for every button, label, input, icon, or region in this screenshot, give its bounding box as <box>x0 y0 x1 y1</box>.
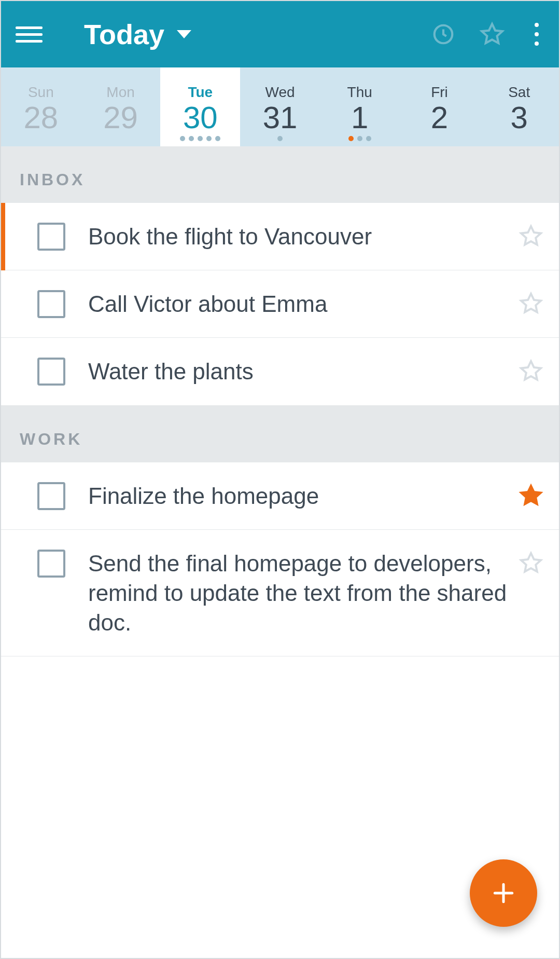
day-number: 28 <box>23 101 58 135</box>
day-number: 31 <box>263 101 298 135</box>
day-cell-sun[interactable]: Sun28 <box>1 67 81 146</box>
task-checkbox[interactable] <box>37 358 65 386</box>
task-list-content: INBOXBook the flight to VancouverCall Vi… <box>1 146 559 656</box>
task-row[interactable]: Send the final homepage to developers, r… <box>1 530 559 657</box>
day-number: 2 <box>431 101 448 135</box>
view-selector[interactable]: Today <box>84 18 191 50</box>
hamburger-menu-icon[interactable] <box>16 22 43 47</box>
day-cell-fri[interactable]: Fri2 <box>400 67 480 146</box>
clock-icon[interactable] <box>431 22 455 46</box>
task-checkbox[interactable] <box>37 290 65 318</box>
day-of-week-label: Sat <box>508 84 530 101</box>
star-filled-icon[interactable] <box>519 483 543 510</box>
day-cell-sat[interactable]: Sat3 <box>479 67 559 146</box>
section-header: INBOX <box>1 146 559 203</box>
section-header: WORK <box>1 406 559 462</box>
page-title: Today <box>84 18 164 50</box>
task-row[interactable]: Book the flight to Vancouver <box>1 203 559 270</box>
day-cell-tue[interactable]: Tue30 <box>160 67 240 146</box>
day-of-week-label: Wed <box>265 84 295 101</box>
add-task-fab[interactable] <box>470 859 537 927</box>
task-title: Send the final homepage to developers, r… <box>88 549 508 638</box>
day-of-week-label: Mon <box>106 84 134 101</box>
event-indicators <box>277 136 283 141</box>
day-number: 29 <box>103 101 138 135</box>
task-checkbox[interactable] <box>37 550 65 578</box>
star-outline-icon[interactable] <box>519 224 543 251</box>
caret-down-icon <box>177 30 191 38</box>
star-icon[interactable] <box>479 21 505 47</box>
task-title: Book the flight to Vancouver <box>88 222 508 251</box>
task-row[interactable]: Call Victor about Emma <box>1 270 559 338</box>
day-cell-mon[interactable]: Mon29 <box>81 67 161 146</box>
star-outline-icon[interactable] <box>519 551 543 578</box>
star-outline-icon[interactable] <box>519 359 543 386</box>
day-number: 3 <box>510 101 527 135</box>
day-number: 30 <box>183 101 218 135</box>
day-of-week-label: Thu <box>347 84 372 101</box>
overflow-menu-icon[interactable] <box>529 23 544 46</box>
task-title: Call Victor about Emma <box>88 289 508 319</box>
day-of-week-label: Tue <box>188 84 213 101</box>
toolbar-actions <box>431 21 544 47</box>
week-calendar-strip: Sun28Mon29Tue30Wed31Thu1Fri2Sat3 <box>1 67 559 146</box>
task-checkbox[interactable] <box>37 223 65 251</box>
day-of-week-label: Fri <box>431 84 448 101</box>
task-title: Finalize the homepage <box>88 481 508 511</box>
day-of-week-label: Sun <box>28 84 54 101</box>
day-cell-thu[interactable]: Thu1 <box>320 67 400 146</box>
plus-icon <box>491 880 516 906</box>
task-row[interactable]: Water the plants <box>1 338 559 405</box>
app-bar: Today <box>1 1 559 67</box>
task-checkbox[interactable] <box>37 482 65 510</box>
event-indicators <box>348 136 371 141</box>
day-number: 1 <box>351 101 368 135</box>
event-indicators <box>180 136 220 141</box>
task-row[interactable]: Finalize the homepage <box>1 462 559 530</box>
task-title: Water the plants <box>88 357 508 386</box>
star-outline-icon[interactable] <box>519 291 543 318</box>
day-cell-wed[interactable]: Wed31 <box>240 67 320 146</box>
